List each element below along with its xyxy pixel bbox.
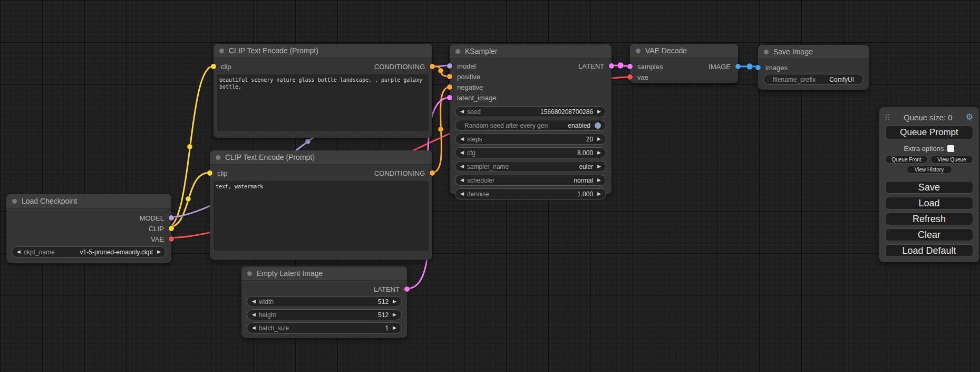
input-slot-positive[interactable] [447,74,452,79]
input-label-images: images [765,64,788,72]
collapse-dot-icon[interactable] [219,49,224,53]
random-seed-toggle-widget[interactable]: Random seed after every gen enabled [455,120,606,131]
ckpt-name-widget[interactable]: ◀ ckpt_name v1-5-pruned-emaonly.ckpt ▶ [12,246,166,257]
node-empty-latent-image[interactable]: Empty Latent Image LATENT ◀ width 512 ▶ … [241,266,407,338]
widget-label: scheduler [467,177,569,184]
widget-label: filename_prefix [773,76,825,83]
decrement-arrow-icon[interactable]: ◀ [460,109,464,114]
input-slot-negative[interactable] [447,84,452,90]
output-label-latent: LATENT [578,62,604,70]
width-widget[interactable]: ◀ width 512 ▶ [247,296,402,307]
seed-widget[interactable]: ◀ seed 156680208700286 ▶ [455,106,606,117]
queue-prompt-button[interactable]: Queue Prompt [885,126,973,139]
increment-arrow-icon[interactable]: ▶ [597,137,601,141]
node-graph-canvas[interactable]: Load Checkpoint MODEL CLIP VAE ◀ ckpt_na… [0,0,980,372]
input-label-samples: samples [637,63,663,71]
height-widget[interactable]: ◀ height 512 ▶ [247,309,402,320]
scheduler-widget[interactable]: ◀ scheduler normal ▶ [455,175,606,186]
refresh-button[interactable]: Refresh [885,213,973,225]
output-slot-clip[interactable] [169,226,174,231]
widget-label: steps [467,136,582,143]
node-title-bar[interactable]: Load Checkpoint [6,194,171,208]
toggle-enabled-icon[interactable] [595,122,601,129]
input-slot-clip[interactable] [207,170,212,176]
increment-arrow-icon[interactable]: ▶ [597,178,601,183]
node-title-bar[interactable]: KSampler [450,44,612,59]
save-button[interactable]: Save [885,181,973,194]
decrement-arrow-icon[interactable]: ◀ [460,192,464,196]
batch-size-widget[interactable]: ◀ batch_size 1 ▶ [247,322,402,333]
decrement-arrow-icon[interactable]: ◀ [252,326,256,330]
collapse-dot-icon[interactable] [12,199,17,204]
widget-label: ckpt_name [24,249,76,256]
decrement-arrow-icon[interactable]: ◀ [460,137,464,141]
view-queue-button[interactable]: View Queue [930,155,973,164]
collapse-dot-icon[interactable] [216,155,220,160]
steps-widget[interactable]: ◀ steps 20 ▶ [455,133,606,145]
widget-value: 512 [378,311,389,319]
collapse-dot-icon[interactable] [764,50,769,54]
node-vae-decode[interactable]: VAE Decode samples IMAGE vae [630,44,738,83]
input-slot-latent-image[interactable] [447,95,452,100]
collapse-dot-icon[interactable] [455,49,460,54]
increment-arrow-icon[interactable]: ▶ [597,109,601,114]
link-dot [305,139,311,144]
input-label-positive: positive [457,73,480,81]
output-slot-model[interactable] [169,215,174,221]
output-slot-latent[interactable] [609,63,614,69]
input-slot-images[interactable] [755,65,761,70]
input-slot-samples[interactable] [627,64,633,69]
output-slot-conditioning[interactable] [430,170,435,176]
denoise-widget[interactable]: ◀ denoise 1.000 ▶ [455,188,606,199]
decrement-arrow-icon[interactable]: ◀ [252,312,256,317]
filename-prefix-widget[interactable]: filename_prefix ComfyUI [763,74,863,85]
node-clip-text-encode-positive[interactable]: CLIP Text Encode (Prompt) clip CONDITION… [214,44,432,138]
output-slot-image[interactable] [735,64,741,69]
decrement-arrow-icon[interactable]: ◀ [460,150,464,155]
input-slot-model[interactable] [447,63,452,69]
node-title-bar[interactable]: CLIP Text Encode (Prompt) [210,150,432,165]
output-slot-vae[interactable] [169,236,174,242]
increment-arrow-icon[interactable]: ▶ [597,164,601,169]
increment-arrow-icon[interactable]: ▶ [393,326,396,330]
cfg-widget[interactable]: ◀ cfg 8.000 ▶ [455,147,606,158]
node-ksampler[interactable]: KSampler model LATENT positive negative … [450,44,612,194]
negative-prompt-textarea[interactable]: text, watermark [214,181,429,251]
node-title-bar[interactable]: Empty Latent Image [241,266,407,281]
collapse-dot-icon[interactable] [247,271,252,276]
output-slot-conditioning[interactable] [430,64,435,69]
increment-arrow-icon[interactable]: ▶ [157,250,161,254]
sampler-name-widget[interactable]: ◀ sampler_name euler ▶ [455,161,606,172]
clear-button[interactable]: Clear [885,228,973,241]
node-clip-text-encode-negative[interactable]: CLIP Text Encode (Prompt) clip CONDITION… [210,150,432,260]
input-label-vae: vae [637,73,648,81]
increment-arrow-icon[interactable]: ▶ [597,192,601,196]
input-slot-vae[interactable] [627,74,633,80]
extra-options-checkbox[interactable] [947,145,954,152]
load-default-button[interactable]: Load Default [885,244,973,257]
settings-gear-icon[interactable]: ⚙ [966,113,973,121]
increment-arrow-icon[interactable]: ▶ [393,312,396,317]
extra-options-label: Extra options [904,145,944,152]
node-save-image[interactable]: Save Image images filename_prefix ComfyU… [758,45,869,90]
view-history-button[interactable]: View History [907,165,952,174]
node-load-checkpoint[interactable]: Load Checkpoint MODEL CLIP VAE ◀ ckpt_na… [6,194,171,263]
decrement-arrow-icon[interactable]: ◀ [17,250,21,254]
queue-front-button[interactable]: Queue Front [885,155,928,164]
positive-prompt-textarea[interactable]: beautiful scenery nature glass bottle la… [217,74,429,131]
input-slot-clip[interactable] [211,64,216,69]
increment-arrow-icon[interactable]: ▶ [393,299,396,304]
widget-label: Random seed after every gen [464,122,564,129]
decrement-arrow-icon[interactable]: ◀ [252,299,256,304]
decrement-arrow-icon[interactable]: ◀ [460,164,464,169]
queue-panel: Queue size: 0 ⚙ Queue Prompt Extra optio… [879,107,979,262]
node-title-bar[interactable]: VAE Decode [630,44,738,58]
node-title-bar[interactable]: CLIP Text Encode (Prompt) [214,44,432,58]
node-title-bar[interactable]: Save Image [758,45,869,59]
collapse-dot-icon[interactable] [636,49,641,53]
output-slot-latent[interactable] [404,287,410,292]
increment-arrow-icon[interactable]: ▶ [597,150,601,155]
drag-handle-icon[interactable] [885,113,890,121]
decrement-arrow-icon[interactable]: ◀ [460,178,464,183]
load-button[interactable]: Load [885,197,973,209]
